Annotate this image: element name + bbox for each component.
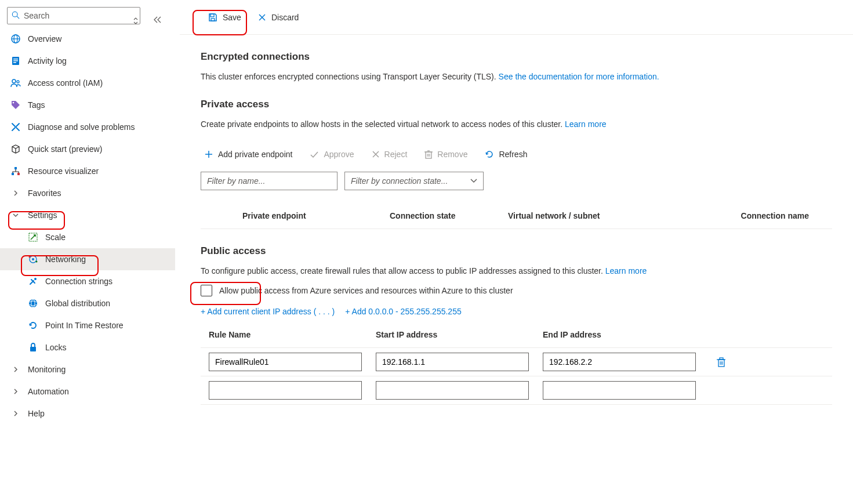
private-access-title: Private access bbox=[201, 99, 832, 110]
sidebar-item-global-distribution[interactable]: Global distribution bbox=[0, 292, 175, 314]
chevron-right-icon bbox=[10, 190, 21, 196]
save-icon bbox=[208, 12, 218, 23]
save-button[interactable]: Save bbox=[201, 7, 248, 28]
rule-name-input[interactable] bbox=[209, 353, 362, 371]
rule-name-input[interactable] bbox=[209, 381, 362, 400]
filter-by-name-input[interactable] bbox=[201, 172, 337, 190]
add-private-endpoint-button[interactable]: Add private endpoint bbox=[201, 145, 296, 164]
sidebar-group-help[interactable]: Help bbox=[0, 403, 175, 425]
add-ip-links: + Add current client IP address ( . . . … bbox=[201, 307, 832, 316]
collapse-sidebar-icon[interactable] bbox=[153, 16, 162, 24]
svg-rect-12 bbox=[14, 167, 17, 169]
sidebar-item-label: Diagnose and solve problems bbox=[28, 122, 135, 132]
sidebar-item-locks[interactable]: Locks bbox=[0, 336, 175, 358]
wrench-icon bbox=[10, 122, 21, 132]
restore-icon bbox=[28, 320, 38, 331]
end-ip-input[interactable] bbox=[543, 381, 696, 400]
sidebar-item-resource-visualizer[interactable]: Resource visualizer bbox=[0, 160, 175, 182]
expand-selector-icon[interactable] bbox=[132, 17, 139, 25]
private-endpoint-filters: Filter by connection state... bbox=[201, 172, 832, 190]
allow-azure-access-label: Allow public access from Azure services … bbox=[219, 286, 513, 295]
sidebar-item-tags[interactable]: Tags bbox=[0, 94, 175, 116]
svg-rect-8 bbox=[13, 62, 16, 63]
start-ip-input[interactable] bbox=[376, 353, 529, 371]
sidebar-item-scale[interactable]: Scale bbox=[0, 226, 175, 248]
network-icon bbox=[28, 254, 38, 264]
search-icon bbox=[12, 11, 20, 19]
chevron-right-icon bbox=[10, 411, 21, 416]
discard-button-label: Discard bbox=[271, 13, 299, 22]
sidebar-group-automation[interactable]: Automation bbox=[0, 380, 175, 403]
x-icon bbox=[372, 150, 380, 158]
sidebar-item-label: Networking bbox=[45, 255, 86, 264]
add-client-ip-link[interactable]: + Add current client IP address ( . . . … bbox=[201, 307, 335, 316]
encrypted-text: This cluster enforces encrypted connecti… bbox=[201, 71, 832, 82]
sidebar-item-connection-strings[interactable]: Connection strings bbox=[0, 270, 175, 292]
people-icon bbox=[10, 78, 21, 88]
sidebar-item-access-control[interactable]: Access control (IAM) bbox=[0, 72, 175, 94]
sidebar-item-diagnose[interactable]: Diagnose and solve problems bbox=[0, 116, 175, 138]
toolbar: Save Discard bbox=[180, 0, 853, 35]
tag-icon bbox=[10, 100, 21, 110]
sidebar-group-label: Settings bbox=[28, 211, 57, 220]
svg-point-20 bbox=[34, 278, 37, 280]
private-endpoint-table-header: Private endpoint Connection state Virtua… bbox=[201, 211, 832, 229]
allow-azure-access-checkbox[interactable] bbox=[201, 285, 212, 296]
sidebar-item-networking[interactable]: Networking bbox=[0, 248, 175, 270]
sidebar-group-label: Monitoring bbox=[28, 365, 66, 374]
private-learn-more-link[interactable]: Learn more bbox=[565, 119, 607, 129]
trash-icon bbox=[424, 150, 433, 159]
sidebar-item-label: Global distribution bbox=[45, 299, 110, 308]
end-ip-input[interactable] bbox=[543, 353, 696, 371]
reject-button: Reject bbox=[368, 145, 411, 164]
search-input[interactable] bbox=[7, 7, 140, 24]
sidebar-item-activity-log[interactable]: Activity log bbox=[0, 50, 175, 72]
sidebar-item-quick-start[interactable]: Quick start (preview) bbox=[0, 138, 175, 160]
sidebar-group-favorites[interactable]: Favorites bbox=[0, 182, 175, 204]
public-access-text: To configure public access, create firew… bbox=[201, 265, 832, 277]
start-ip-input[interactable] bbox=[376, 381, 529, 400]
firewall-row bbox=[201, 376, 832, 405]
svg-rect-6 bbox=[13, 59, 18, 60]
col-connection-state: Connection state bbox=[390, 211, 508, 220]
sidebar-item-overview[interactable]: Overview bbox=[0, 28, 175, 50]
chevron-right-icon bbox=[10, 389, 21, 394]
svg-point-9 bbox=[12, 79, 16, 83]
sidebar: Overview Activity log Access control (IA… bbox=[0, 0, 180, 504]
add-ip-range-link[interactable]: + Add 0.0.0.0 - 255.255.255.255 bbox=[345, 307, 461, 316]
private-endpoint-toolbar: Add private endpoint Approve Reject Remo… bbox=[201, 145, 832, 164]
col-rule-name: Rule Name bbox=[209, 330, 376, 339]
sidebar-item-pitr[interactable]: Point In Time Restore bbox=[0, 314, 175, 336]
refresh-button[interactable]: Refresh bbox=[481, 145, 531, 164]
sidebar-item-label: Activity log bbox=[28, 56, 67, 66]
svg-point-10 bbox=[17, 81, 19, 83]
svg-rect-14 bbox=[17, 173, 20, 175]
svg-point-19 bbox=[36, 261, 38, 263]
sidebar-group-label: Help bbox=[28, 409, 45, 418]
log-icon bbox=[10, 56, 21, 66]
svg-rect-40 bbox=[720, 358, 723, 360]
sidebar-group-monitoring[interactable]: Monitoring bbox=[0, 358, 175, 380]
sidebar-group-settings[interactable]: Settings bbox=[0, 204, 175, 226]
encrypted-title: Encrypted connections bbox=[201, 51, 832, 63]
svg-point-0 bbox=[12, 12, 17, 17]
sidebar-item-label: Quick start (preview) bbox=[28, 144, 102, 154]
cube-icon bbox=[10, 144, 21, 154]
firewall-table: Rule Name Start IP address End IP addres… bbox=[201, 330, 832, 405]
public-learn-more-link[interactable]: Learn more bbox=[605, 266, 647, 275]
public-access-title: Public access bbox=[201, 245, 832, 257]
private-endpoint-table: Private endpoint Connection state Virtua… bbox=[201, 211, 832, 229]
check-icon bbox=[310, 150, 319, 159]
private-access-text: Create private endpoints to allow hosts … bbox=[201, 118, 832, 130]
lock-icon bbox=[28, 342, 38, 353]
allow-azure-access-row: Allow public access from Azure services … bbox=[201, 285, 832, 296]
discard-button[interactable]: Discard bbox=[251, 7, 306, 28]
save-button-label: Save bbox=[223, 13, 241, 22]
delete-rule-button[interactable] bbox=[717, 357, 726, 367]
filter-by-state-select[interactable]: Filter by connection state... bbox=[344, 172, 484, 190]
sidebar-item-label: Overview bbox=[28, 34, 61, 43]
sidebar-item-label: Resource visualizer bbox=[28, 166, 99, 176]
col-private-endpoint: Private endpoint bbox=[201, 211, 390, 220]
close-icon bbox=[257, 13, 267, 22]
encrypted-doc-link[interactable]: See the documentation for more informati… bbox=[499, 72, 659, 81]
